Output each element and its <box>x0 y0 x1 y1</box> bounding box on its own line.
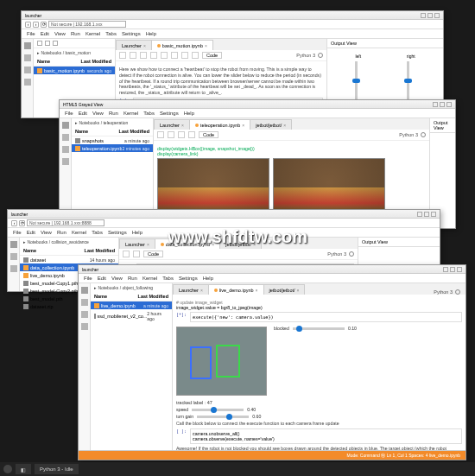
running-icon[interactable] <box>10 253 17 260</box>
save-button[interactable] <box>157 131 164 138</box>
save-button[interactable] <box>119 52 126 59</box>
maximize-button[interactable] <box>450 267 455 272</box>
close-icon[interactable]: × <box>297 288 300 293</box>
titlebar[interactable]: launcher <box>22 11 443 20</box>
add-cell-button[interactable] <box>130 52 136 59</box>
tab-launcher[interactable]: Launcher× <box>116 40 152 50</box>
kernel-name[interactable]: Python 3 <box>399 132 418 137</box>
minimize-button[interactable] <box>443 267 448 272</box>
menu-run[interactable]: Run <box>57 230 66 235</box>
menu-view[interactable]: View <box>111 276 123 281</box>
menu-help[interactable]: Help <box>132 230 142 235</box>
close-icon[interactable]: × <box>205 43 207 48</box>
tabs-icon[interactable] <box>81 323 88 330</box>
tab-output[interactable]: Output View <box>327 39 443 48</box>
menu-kernel[interactable]: Kernel <box>86 31 100 36</box>
maximize-button[interactable] <box>440 102 445 107</box>
run-button[interactable] <box>171 52 178 59</box>
menu-run[interactable]: Run <box>128 276 137 281</box>
menu-run[interactable]: Run <box>71 31 80 36</box>
menu-help[interactable]: Help <box>203 276 213 281</box>
breadcrumb[interactable]: ▸ Notebooks / collision_avoidance <box>20 238 118 246</box>
menu-view[interactable]: View <box>41 230 52 235</box>
titlebar[interactable]: launcher <box>79 265 466 274</box>
code-cell[interactable]: camera.unobserve_all() camera.observe(ex… <box>190 428 462 444</box>
tab-folder[interactable]: jetbot/jetbot/× <box>219 238 262 249</box>
menu-tabs[interactable]: Tabs <box>92 230 103 235</box>
url-field[interactable]: Not secure | 192.168.1.xxx:8888 <box>27 219 104 226</box>
forward-icon[interactable]: › <box>33 22 39 28</box>
maximize-button[interactable] <box>428 13 433 18</box>
cut-button[interactable] <box>140 52 147 59</box>
tabs-icon[interactable] <box>24 79 31 86</box>
breadcrumb[interactable]: ▸ Notebooks / basic_motion <box>34 48 115 57</box>
close-button[interactable] <box>431 212 436 217</box>
minimize-button[interactable] <box>421 13 426 18</box>
taskbar-item-active[interactable]: Python 3 - Idle <box>35 464 79 474</box>
kernel-name[interactable]: Python 3 <box>296 53 315 58</box>
menu-kernel[interactable]: Kernel <box>124 111 138 116</box>
commands-icon[interactable] <box>81 311 88 318</box>
stop-button[interactable] <box>188 131 195 138</box>
menu-tabs[interactable]: Tabs <box>105 31 117 36</box>
code-cell[interactable]: execute({'new': camera.value}) <box>190 312 462 322</box>
menu-edit[interactable]: Edit <box>41 31 49 36</box>
folder-icon[interactable] <box>62 122 69 129</box>
menu-help[interactable]: Help <box>146 31 156 36</box>
tab-notebook[interactable]: basic_motion.ipynb× <box>151 40 213 50</box>
stop-button[interactable] <box>181 52 188 59</box>
tabs-icon[interactable] <box>62 158 69 165</box>
maximize-button[interactable] <box>424 212 429 217</box>
file-row[interactable]: live_demo.ipynba minute ago <box>91 301 172 309</box>
menu-settings[interactable]: Settings <box>160 111 179 116</box>
running-icon[interactable] <box>62 134 69 141</box>
run-button[interactable] <box>133 251 140 257</box>
titlebar[interactable]: launcher <box>8 210 440 219</box>
menu-settings[interactable]: Settings <box>179 276 198 281</box>
menu-tabs[interactable]: Tabs <box>162 276 174 281</box>
blocked-slider[interactable] <box>293 327 345 330</box>
tab-folder[interactable]: jetbot/jetbot/× <box>250 119 292 130</box>
menu-settings[interactable]: Settings <box>122 31 141 36</box>
taskbar-item[interactable]: ◧ <box>16 464 31 474</box>
running-icon[interactable] <box>24 54 31 61</box>
menu-edit[interactable]: Edit <box>98 276 106 281</box>
tab-launcher[interactable]: Launcher× <box>119 238 155 249</box>
folder-icon[interactable] <box>24 42 31 49</box>
back-icon[interactable]: ‹ <box>11 220 17 226</box>
menu-file[interactable]: File <box>27 31 35 36</box>
menu-file[interactable]: File <box>84 276 92 281</box>
add-cell-button[interactable] <box>168 131 174 138</box>
menu-kernel[interactable]: Kernel <box>142 276 157 281</box>
commands-icon[interactable] <box>10 265 17 272</box>
close-button[interactable] <box>434 13 440 18</box>
markdown-cell[interactable]: Here we show how to connect a 'heartbeat… <box>119 67 323 96</box>
close-icon[interactable]: × <box>283 123 286 128</box>
breadcrumb[interactable]: ▸ Notebooks / teleoperation <box>72 118 153 127</box>
commands-icon[interactable] <box>24 67 31 73</box>
close-icon[interactable]: × <box>143 43 146 48</box>
menu-file[interactable]: File <box>13 230 22 235</box>
new-folder-icon[interactable] <box>37 41 42 46</box>
tab-notebook[interactable]: teleoperation.ipynb× <box>189 119 250 130</box>
close-icon[interactable]: × <box>253 242 256 247</box>
folder-icon[interactable] <box>10 241 17 248</box>
close-button[interactable] <box>457 267 462 272</box>
titlebar[interactable]: HTML5 Grayed View <box>60 100 455 109</box>
running-icon[interactable] <box>81 299 88 306</box>
menu-settings[interactable]: Settings <box>108 230 127 235</box>
tab-output[interactable]: Output View <box>430 118 455 133</box>
tab-notebook[interactable]: live_demo.ipynb× <box>208 284 264 295</box>
file-row[interactable]: teleoperation.ipynb2 minutes ago <box>72 144 153 152</box>
commands-icon[interactable] <box>62 146 69 153</box>
close-button[interactable] <box>446 102 452 107</box>
file-row[interactable]: snapshotsa minute ago <box>72 136 153 144</box>
close-icon[interactable]: × <box>212 242 214 247</box>
close-icon[interactable]: × <box>242 123 244 128</box>
file-row[interactable]: ssd_mobilenet_v2_co...2 hours ago <box>91 309 172 322</box>
file-row[interactable]: basic_motion.ipynb seconds ago <box>34 67 115 74</box>
close-icon[interactable]: × <box>147 242 149 247</box>
markdown-cell[interactable]: Call the block below to connect the exec… <box>176 421 462 427</box>
back-icon[interactable]: ‹ <box>25 22 31 28</box>
speed-slider[interactable] <box>192 409 244 411</box>
